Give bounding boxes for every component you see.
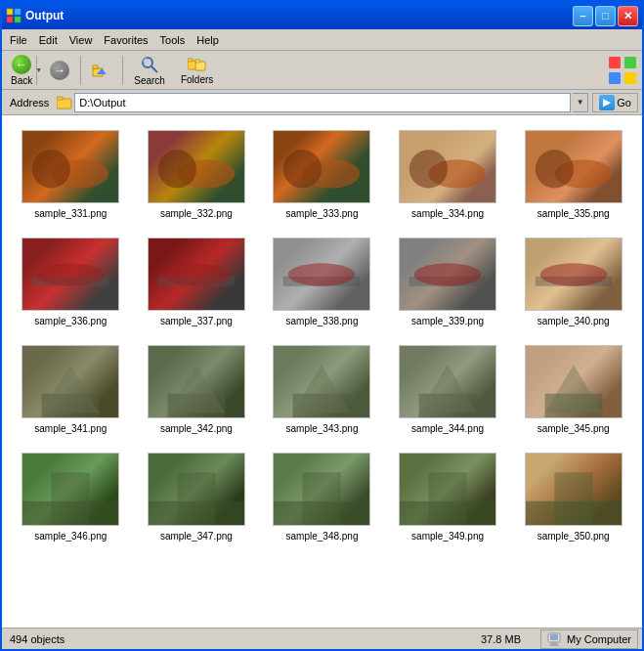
list-item[interactable]: sample_333.png [261,123,383,227]
status-objects: 494 objects [6,633,461,645]
file-label: sample_345.png [537,422,610,435]
go-icon: ▶ [599,95,615,110]
file-label: sample_339.png [411,315,484,327]
menu-help[interactable]: Help [191,32,225,48]
svg-point-23 [158,150,196,188]
forward-arrow-icon: → [50,61,69,80]
window: Output – □ ✕ File Edit View Favorites To… [0,0,644,651]
svg-rect-59 [554,472,592,525]
file-label: sample_338.png [286,315,359,327]
thumbnail [399,453,496,526]
svg-rect-63 [550,644,558,646]
toolbar-separator-1 [80,56,81,85]
svg-rect-55 [303,472,341,525]
list-item[interactable]: sample_347.png [136,446,258,549]
search-button[interactable]: Search [127,53,172,88]
window-icon [6,8,21,23]
file-label: sample_343.png [286,422,359,435]
file-content[interactable]: sample_331.png sample_332.png sample_333… [2,115,642,628]
svg-rect-15 [624,57,636,68]
go-button[interactable]: ▶ Go [592,93,638,112]
thumbnail [273,345,370,418]
list-item[interactable]: sample_346.png [10,446,132,549]
svg-rect-61 [550,634,558,640]
forward-button[interactable]: → [43,53,76,88]
minimize-button[interactable]: – [573,6,593,26]
maximize-button[interactable]: □ [595,6,616,26]
list-item[interactable]: sample_348.png [261,446,383,549]
svg-marker-47 [419,365,477,412]
computer-label: My Computer [567,633,631,645]
list-item[interactable]: sample_343.png [261,338,383,442]
list-item[interactable]: sample_334.png [387,123,509,227]
menu-bar: File Edit View Favorites Tools Help [2,29,642,51]
toolbar-separator-2 [122,56,123,85]
thumbnail [399,345,496,418]
svg-rect-11 [188,59,193,62]
svg-line-8 [151,66,157,72]
svg-point-21 [32,150,70,188]
svg-rect-1 [15,9,21,15]
list-item[interactable]: sample_336.png [10,231,132,334]
svg-point-25 [283,150,322,188]
svg-rect-2 [7,17,13,22]
svg-point-33 [163,263,231,286]
list-item[interactable]: sample_337.png [136,231,258,334]
back-dropdown-arrow[interactable]: ▼ [36,56,40,85]
list-item[interactable]: sample_341.png [10,338,132,442]
list-item[interactable]: sample_350.png [512,446,634,549]
list-item[interactable]: sample_345.png [512,338,634,442]
list-item[interactable]: sample_340.png [512,231,634,334]
list-item[interactable]: sample_332.png [136,123,258,227]
file-label: sample_340.png [537,315,610,327]
list-item[interactable]: sample_331.png [10,123,132,227]
svg-rect-51 [52,472,90,525]
menu-file[interactable]: File [4,32,33,48]
svg-rect-18 [57,99,71,108]
svg-rect-19 [57,97,63,100]
svg-point-37 [414,263,482,286]
up-icon [92,60,111,81]
computer-icon [547,632,563,646]
up-button[interactable] [85,53,118,88]
file-label: sample_349.png [411,530,484,542]
thumbnail [399,130,496,203]
svg-point-9 [143,58,149,64]
thumbnail [273,238,370,311]
status-computer[interactable]: My Computer [540,629,638,649]
address-input[interactable]: D:\Output [74,93,571,112]
file-label: sample_335.png [537,207,610,220]
search-label: Search [134,75,165,86]
file-label: sample_332.png [160,207,233,220]
list-item[interactable]: sample_344.png [387,338,509,442]
address-dropdown[interactable]: ▼ [573,93,588,112]
list-item[interactable]: sample_338.png [261,231,383,334]
list-item[interactable]: sample_335.png [512,123,634,227]
list-item[interactable]: sample_339.png [387,231,509,334]
svg-rect-5 [93,65,98,68]
menu-view[interactable]: View [64,32,99,48]
file-label: sample_341.png [34,422,107,435]
list-item[interactable]: sample_342.png [136,338,258,442]
svg-rect-62 [552,642,556,644]
close-button[interactable]: ✕ [618,6,638,26]
svg-point-35 [288,263,356,286]
back-button[interactable]: ← Back ▼ [6,53,41,88]
menu-favorites[interactable]: Favorites [98,32,153,48]
file-label: sample_337.png [160,315,233,327]
folders-button[interactable]: Folders [174,53,220,88]
svg-rect-13 [195,60,200,63]
status-bar: 494 objects 37.8 MB My Computer [2,628,642,649]
thumbnail [525,130,623,203]
file-label: sample_347.png [160,530,233,542]
svg-rect-0 [7,9,13,15]
menu-tools[interactable]: Tools [154,32,192,48]
go-label: Go [617,97,631,108]
address-folder-icon [57,96,72,109]
windows-logo [607,55,638,86]
thumbnail [21,130,119,203]
menu-edit[interactable]: Edit [33,32,64,48]
svg-rect-57 [428,472,466,525]
list-item[interactable]: sample_349.png [387,446,509,549]
svg-point-39 [539,263,607,286]
